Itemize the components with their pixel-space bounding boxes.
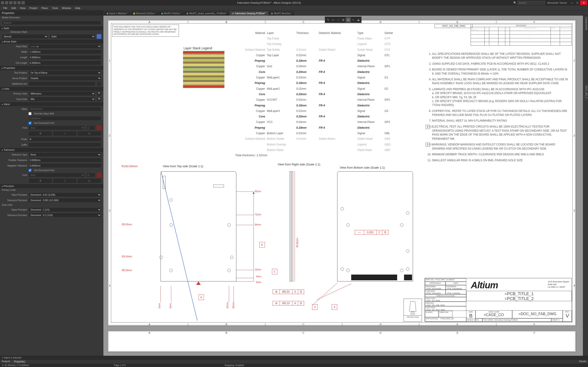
- units-btn[interactable]: ⚙: [97, 91, 101, 96]
- text-pos-select[interactable]: On Top of Elbow: [28, 70, 101, 75]
- val-prec2-select[interactable]: Document : 1 (1/1): [28, 207, 101, 212]
- style-normal-select[interactable]: Normal: [2, 34, 48, 39]
- suffix-input[interactable]: [28, 142, 101, 147]
- doc-tab[interactable]: Kame-1.MbaDoc *: [104, 11, 130, 15]
- arrow-full-length-input[interactable]: [28, 60, 101, 65]
- arrow-length-input[interactable]: [28, 55, 101, 60]
- doc-tab[interactable]: Ethernet2.SchDoc *: [131, 11, 158, 15]
- tol-bold-button[interactable]: B: [28, 178, 52, 183]
- tol-use-doc-font-check[interactable]: [28, 169, 32, 172]
- view-bottom-label: View from Bottom side (Scale 1:1): [340, 166, 385, 169]
- menu-window[interactable]: Window: [60, 6, 73, 10]
- title-block: Altium 4275 Executive Square Suite 825 L…: [425, 278, 572, 322]
- tol-prec2-select[interactable]: Document : 0.1 (1/10): [28, 213, 101, 217]
- override-check[interactable]: [28, 112, 32, 115]
- minimize-button[interactable]: —: [569, 0, 575, 5]
- qat-icon[interactable]: [1, 1, 4, 4]
- arrow-pos-select[interactable]: Outside: [28, 76, 101, 81]
- val-prec-select[interactable]: Document : 0.01 (1/100): [28, 192, 101, 197]
- tol-font-color-swatch[interactable]: [97, 173, 101, 177]
- dim-64: 64mm: [255, 223, 261, 226]
- menu-help[interactable]: Help: [73, 6, 82, 10]
- close-button[interactable]: ✕: [580, 0, 587, 5]
- bold-button[interactable]: B: [28, 131, 52, 136]
- arrow-width-input[interactable]: [28, 50, 101, 54]
- right-rail[interactable]: Components =DOC_NO_F…: [583, 16, 588, 358]
- add-line-button[interactable]: ⋯: [97, 81, 101, 86]
- use-doc-font-check[interactable]: [28, 122, 32, 125]
- menu-view[interactable]: View: [18, 6, 27, 10]
- menu-place[interactable]: Place: [40, 6, 50, 10]
- doc-tab[interactable]: MiniPC.BomDoc *: [269, 11, 294, 15]
- italic-button[interactable]: I: [53, 131, 77, 136]
- tool-icon[interactable]: ≡: [351, 17, 356, 22]
- tool-icon[interactable]: ⬚: [336, 17, 341, 22]
- qat-icon[interactable]: [13, 1, 17, 4]
- primary-units-select[interactable]: Millimeters: [28, 91, 95, 96]
- font-size-input[interactable]: [86, 125, 95, 130]
- head-style-select[interactable]: ———▸: [28, 44, 101, 49]
- section-value[interactable]: Value: [0, 102, 103, 106]
- tool-icon[interactable]: ✎: [326, 17, 330, 22]
- section-units[interactable]: Units: [0, 86, 103, 91]
- arrow-width-label: Width: [2, 51, 27, 53]
- tab-projects[interactable]: Projects: [2, 360, 10, 363]
- panel-search-input[interactable]: [2, 20, 101, 25]
- font-select[interactable]: Arial: [28, 125, 85, 130]
- search-input[interactable]: [518, 1, 545, 5]
- value-input[interactable]: [28, 107, 101, 111]
- value-label: Value: [2, 108, 27, 110]
- section-properties[interactable]: Properties: [0, 66, 103, 70]
- neg-tol-input[interactable]: [28, 163, 101, 168]
- menu-tools[interactable]: Tools: [50, 6, 60, 10]
- status-coord: X: 82.951mm, Y: 6.429mm: [2, 364, 29, 367]
- tab-panels[interactable]: Panels: [579, 360, 586, 363]
- tool-icon[interactable]: ⬓: [356, 17, 361, 22]
- tol-font-select[interactable]: Arial: [28, 173, 85, 177]
- menu-file[interactable]: File: [1, 6, 9, 10]
- tool-icon[interactable]: ▤: [346, 17, 351, 22]
- arrow-length-label: Length: [2, 56, 27, 59]
- qat-icon[interactable]: [17, 1, 21, 4]
- tol-type-select[interactable]: None: [28, 152, 101, 157]
- style-solid-select[interactable]: Solid: [49, 34, 95, 39]
- doc-tab[interactable]: Fabrication Drawing.PCBDwf *: [230, 11, 268, 15]
- panel-title: Properties: [0, 10, 103, 16]
- add-line-input[interactable]: [28, 81, 95, 86]
- bottom-bars: 1 object is selected Projects Properties…: [0, 356, 588, 367]
- override-input[interactable]: [28, 116, 101, 121]
- section-arrow[interactable]: Arrow Style: [0, 39, 103, 44]
- arrow-pos-label: Arrow Position: [2, 77, 27, 80]
- menu-edit[interactable]: Edit: [10, 6, 18, 10]
- section-tolerance[interactable]: Tolerance: [0, 148, 103, 152]
- tool-icon[interactable]: ▭: [330, 17, 336, 22]
- spec-item: USING SUPPLIED CAD DATA, FABRICATE PCB I…: [432, 62, 569, 66]
- qat-icon[interactable]: [5, 1, 8, 4]
- units-btn[interactable]: ⊞: [97, 97, 101, 101]
- underline-button[interactable]: U: [78, 131, 101, 136]
- color-swatch[interactable]: [97, 34, 101, 39]
- tol-underline-button[interactable]: U: [78, 178, 101, 183]
- menu-project[interactable]: Project: [27, 6, 39, 10]
- section-precision[interactable]: Precision: [0, 184, 103, 188]
- tool-icon[interactable]: ▥: [341, 17, 346, 22]
- prefix-input[interactable]: [28, 137, 101, 142]
- tol-font-size-input[interactable]: [86, 173, 95, 177]
- dim-0: 0mm: [256, 281, 261, 284]
- qat-icon[interactable]: [9, 1, 12, 4]
- section-style[interactable]: Style: [0, 26, 103, 30]
- font-color-swatch[interactable]: [97, 125, 101, 130]
- dual-units-select[interactable]: Mils: [28, 97, 95, 101]
- svg-marker-17: [409, 301, 416, 311]
- doc-tab[interactable]: MiniPC.PcbDoc *: [159, 11, 184, 15]
- tab-properties[interactable]: Properties: [13, 360, 26, 363]
- tol-prec-select[interactable]: Document : 0.001 (1/1 000): [28, 198, 101, 202]
- user-label[interactable]: Alexander Tamari: [547, 1, 567, 4]
- tol-italic-button[interactable]: I: [53, 178, 77, 183]
- pos-tol-input[interactable]: [28, 158, 101, 162]
- precision-dual-hdr: Dual Units: [0, 203, 103, 207]
- maximize-button[interactable]: ☐: [575, 0, 580, 5]
- drawing-canvas[interactable]: ✎ ▭ ⬚ ▥ ▤ ≡ ⬓ ABCDEF ABCDEF 1234 1234 TH…: [103, 16, 583, 358]
- qat-icon[interactable]: [22, 1, 25, 4]
- doc-tab[interactable]: MiniPC_board_assembly_.PCBDwf *: [184, 11, 229, 15]
